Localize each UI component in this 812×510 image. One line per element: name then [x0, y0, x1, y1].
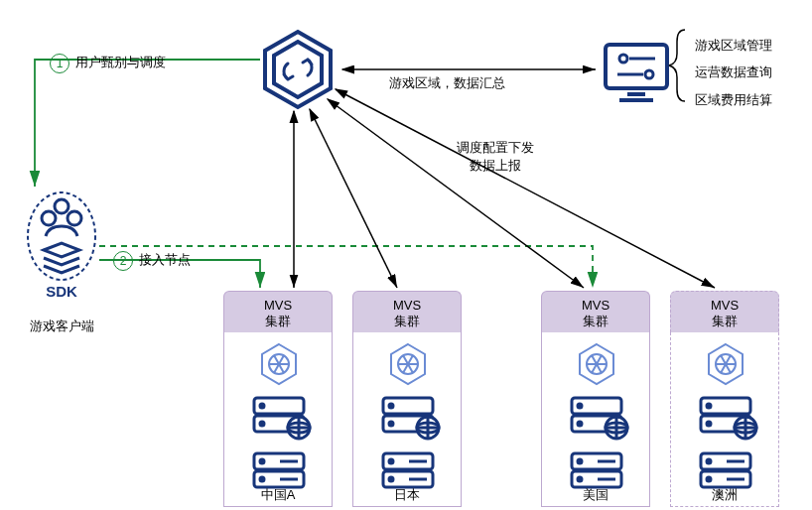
edge-router-jp	[310, 109, 397, 288]
sdk-icon	[22, 189, 101, 298]
svg-point-10	[55, 199, 68, 213]
svg-point-21	[260, 422, 264, 426]
svg-point-85	[707, 459, 711, 463]
svg-point-47	[389, 459, 393, 463]
diagram-canvas: 1用户甄别与调度 2接入节点 游戏区域，数据汇总 调度配置下发 数据上报 游戏区…	[0, 0, 812, 510]
svg-point-11	[42, 211, 56, 225]
cluster-head: MVS集群	[541, 291, 650, 332]
center-edge-right: 数据汇总	[454, 75, 505, 90]
svg-point-12	[68, 211, 81, 225]
cluster-au: MVS集群	[670, 291, 779, 507]
svg-rect-2	[606, 45, 667, 88]
svg-point-48	[389, 477, 393, 481]
cluster-head: MVS集群	[352, 291, 462, 332]
step1-text: 用户甄别与调度	[75, 55, 166, 69]
svg-point-40	[389, 422, 393, 426]
dashboard-feature-2: 运营数据查询	[695, 59, 772, 85]
edge-router-us	[328, 99, 584, 288]
edge-router-au	[336, 89, 715, 288]
svg-point-67	[578, 477, 582, 481]
router-icon	[265, 32, 331, 107]
center-edge-label: 游戏区域，数据汇总	[389, 74, 505, 92]
dispatch-line1: 调度配置下发	[457, 139, 534, 157]
cluster-body	[541, 332, 650, 507]
edge-step1	[35, 60, 260, 187]
svg-point-39	[389, 404, 393, 408]
cluster-body	[352, 332, 462, 507]
sdk-client-node: SDK 游戏客户端	[22, 189, 101, 335]
cluster-head: MVS集群	[670, 291, 779, 332]
svg-point-58	[578, 404, 582, 408]
region-label-jp: 日本	[352, 486, 462, 504]
region-label-us: 美国	[541, 486, 650, 504]
dispatch-line2: 数据上报	[457, 157, 534, 175]
svg-point-66	[578, 459, 582, 463]
svg-point-7	[645, 70, 653, 78]
sdk-caption: 游戏客户端	[22, 318, 101, 335]
cluster-us: MVS集群	[541, 291, 650, 507]
step1-badge: 1	[50, 54, 69, 73]
cluster-body	[670, 332, 779, 507]
cluster-body	[223, 332, 333, 507]
cluster-icons	[671, 332, 780, 506]
svg-point-29	[260, 477, 264, 481]
svg-point-86	[707, 477, 711, 481]
dispatch-label: 调度配置下发 数据上报	[457, 139, 534, 175]
step2-label: 2接入节点	[113, 251, 191, 271]
center-edge-left: 游戏区域	[389, 75, 441, 90]
svg-point-59	[578, 422, 582, 426]
svg-point-77	[707, 404, 711, 408]
cluster-icons	[353, 332, 463, 506]
svg-point-20	[260, 404, 264, 408]
step1-label: 1用户甄别与调度	[50, 54, 166, 73]
svg-point-5	[619, 55, 627, 63]
svg-point-9	[28, 192, 95, 280]
svg-marker-1	[274, 42, 322, 97]
cluster-jp: MVS集群	[352, 291, 462, 507]
dashboard-icon	[606, 45, 667, 100]
cluster-head: MVS集群	[223, 291, 333, 332]
dashboard-feature-3: 区域费用结算	[695, 86, 772, 113]
brace-icon	[669, 30, 685, 101]
step2-text: 接入节点	[139, 252, 191, 267]
svg-point-28	[260, 459, 264, 463]
step2-badge: 2	[113, 251, 133, 271]
cluster-icons	[542, 332, 651, 506]
dashboard-feature-1: 游戏区域管理	[695, 32, 772, 59]
svg-point-78	[707, 422, 711, 426]
region-label-au: 澳洲	[670, 486, 779, 504]
cluster-cn: MVS集群	[223, 291, 333, 507]
dashboard-feature-list: 游戏区域管理 运营数据查询 区域费用结算	[695, 32, 772, 113]
region-label-cn: 中国A	[223, 486, 333, 504]
cluster-icons	[224, 332, 334, 506]
